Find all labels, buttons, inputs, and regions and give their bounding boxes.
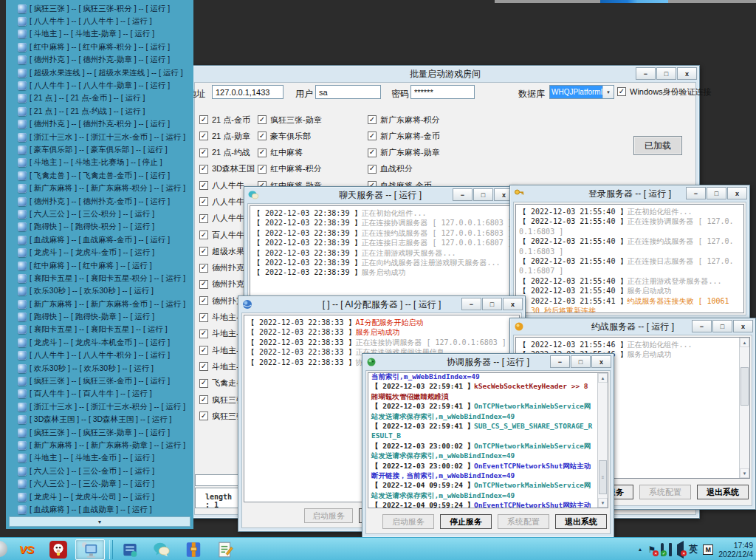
game-checkbox[interactable] [199, 379, 208, 388]
bottom-textbox[interactable] [195, 474, 241, 486]
game-checkbox[interactable] [199, 247, 208, 256]
room-list-item[interactable]: [ 浙江十三水 ] -- [ 浙江十三水-金币 ] -- [ 运行 ] [6, 131, 193, 143]
room-list-item[interactable]: [ 超级水果连线 ] -- [ 超级水果连线 ] -- [ 运行 ] [6, 66, 193, 79]
game-checkbox-row[interactable]: 21 点-约战 [199, 148, 264, 158]
room-list-item[interactable]: [ 龙虎斗 ] -- [ 龙虎斗-金币 ] -- [ 运行 ] [6, 246, 193, 259]
appointment-window-titlebar[interactable]: 约战服务器 -- [ 运行 ] − □ x [510, 318, 755, 335]
room-list-item[interactable]: [ 新广东麻将 ] -- [ 新广东麻将-积分 ] -- [ 运行 ] [6, 182, 193, 194]
game-checkbox[interactable] [368, 148, 377, 157]
maximize-button[interactable]: □ [473, 188, 493, 201]
start-button[interactable] [0, 541, 7, 557]
room-list-item[interactable]: [ 疯狂三张 ] -- [ 疯狂三张-金币 ] -- [ 运行 ] [6, 375, 193, 387]
game-checkbox[interactable] [199, 181, 208, 190]
maximize-button[interactable]: □ [656, 67, 676, 80]
server-box-icon[interactable] [115, 539, 145, 560]
game-checkbox[interactable] [199, 115, 208, 124]
room-list-item[interactable]: [ 襄阳卡五星 ] -- [ 襄阳卡五星-积分 ] -- [ 运行 ] [6, 272, 193, 284]
service-button[interactable]: 停止服务 [440, 514, 492, 529]
room-list-item[interactable]: [ 豪车俱乐部 ] -- [ 豪车俱乐部 ] -- [ 运行 ] [6, 143, 193, 156]
room-list-item[interactable]: [ 疯狂三张 ] -- [ 疯狂三张-勋章 ] -- [ 运行 ] [6, 426, 193, 439]
game-checkbox[interactable] [199, 329, 208, 338]
room-list-item[interactable]: [ 八人牛牛 ] -- [ 八人牛牛-积分 ] -- [ 运行 ] [6, 349, 193, 362]
game-checkbox[interactable] [199, 132, 208, 140]
tray-expand-icon[interactable]: ▲ [638, 547, 643, 552]
room-list-item[interactable]: [ 疯狂三张 ] -- [ 疯狂三张-积分 ] -- [ 运行 ] [6, 2, 193, 15]
vs-flame-icon[interactable]: VS [12, 539, 41, 560]
address-input[interactable] [212, 85, 284, 99]
game-checkbox[interactable] [199, 395, 208, 404]
room-list-item[interactable]: [ 八人牛牛 ] -- [ 八人牛牛-勋章 ] -- [ 运行 ] [6, 79, 193, 92]
minimize-button[interactable]: − [453, 188, 472, 201]
game-checkbox[interactable] [199, 412, 208, 420]
device-icon[interactable]: ✓ [661, 545, 664, 554]
archive-icon[interactable] [179, 539, 208, 560]
game-checkbox[interactable] [199, 148, 208, 157]
room-list-item[interactable]: [ 21 点 ] -- [ 21 点-约战 ] -- [ 运行 ] [6, 105, 193, 117]
room-list-item[interactable]: [ 斗地主 ] -- [ 斗地主-比赛场 ] -- [ 停止 ] [6, 157, 193, 169]
room-list-item[interactable]: [ 21 点 ] -- [ 21 点-金币 ] -- [ 运行 ] [6, 92, 193, 105]
game-checkbox[interactable] [199, 296, 208, 305]
game-checkbox-row[interactable]: 血战积分 [368, 164, 440, 174]
room-list-item[interactable]: [ 跑得快 ] -- [ 跑得快-勋章 ] -- [ 运行 ] [6, 310, 193, 323]
service-button[interactable]: 启动服务 [382, 514, 434, 529]
game-checkbox[interactable] [199, 165, 208, 174]
login-log[interactable]: 【 2022-12-03 21:55:40 】正在初始化组件...【 2022-… [515, 204, 744, 313]
room-list-item[interactable]: [ 跑得快 ] -- [ 跑得快-积分 ] -- [ 运行 ] [6, 221, 193, 233]
action-center-flag-icon[interactable]: ⚑× [648, 545, 656, 554]
network-icon[interactable] [669, 545, 672, 554]
room-list-item[interactable]: [ 血战麻将 ] -- [ 血战勋章 ] -- [ 运行 ] [6, 503, 193, 516]
minimize-button[interactable]: − [461, 298, 481, 310]
room-list-item[interactable]: [ 浙江十三水 ] -- [ 浙江十三水-积分 ] -- [ 运行 ] [6, 400, 193, 413]
ime-m-icon[interactable]: M [703, 544, 713, 555]
room-list-item[interactable]: [ 3D森林王国 ] -- [ 3D森林王国 ] -- [ 运行 ] [6, 414, 193, 426]
game-checkbox[interactable] [368, 165, 377, 174]
game-checkbox[interactable] [368, 115, 377, 124]
scrollbar-thumb[interactable] [740, 367, 749, 406]
game-checkbox[interactable] [199, 280, 208, 289]
game-checkbox[interactable] [199, 362, 208, 371]
minimize-button[interactable]: − [686, 187, 706, 199]
minimize-button[interactable]: − [636, 67, 656, 80]
room-list-item[interactable]: [ 红中麻将 ] -- [ 红中麻将 ] -- [ 运行 ] [6, 259, 193, 272]
remote-computer-icon[interactable] [75, 539, 105, 560]
scroll-up-icon[interactable]: ▲ [598, 373, 608, 383]
close-button[interactable]: x [591, 355, 611, 368]
chat-log[interactable]: 【 2022-12-03 22:38:39 】正在初始化组件...【 2022-… [250, 205, 511, 302]
room-list-item[interactable]: [ 八人牛牛 ] -- [ 八人牛牛 ] -- [ 运行 ] [6, 15, 193, 27]
game-checkbox[interactable] [199, 231, 208, 239]
password-input[interactable] [410, 85, 475, 99]
game-checkbox-row[interactable]: 新广东麻将-勋章 [368, 148, 440, 158]
winauth-checkbox[interactable] [617, 87, 626, 96]
room-list-item[interactable]: [ 新广东麻将 ] -- [ 新广东麻将-勋章 ] -- [ 运行 ] [6, 439, 193, 451]
game-checkbox[interactable] [258, 165, 267, 174]
room-list-item[interactable]: [ 欢乐30秒 ] -- [ 欢乐30秒 ] -- [ 运行 ] [6, 285, 193, 298]
room-list-dropdown[interactable]: ▼ [9, 516, 190, 527]
service-button[interactable]: 系统配置 [639, 485, 691, 499]
room-list-item[interactable]: [ 血战麻将 ] -- [ 血战麻将-金币 ] -- [ 运行 ] [6, 233, 193, 246]
room-list-item[interactable]: [ 襄阳卡五星 ] -- [ 襄阳卡五星 ] -- [ 运行 ] [6, 324, 193, 336]
game-checkbox-row[interactable]: 红中麻将-积分 [258, 164, 322, 174]
game-checkbox[interactable] [199, 214, 208, 223]
close-button[interactable]: x [733, 320, 753, 332]
game-checkbox[interactable] [258, 148, 267, 157]
room-list-item[interactable]: [ 德州扑克 ] -- [ 德州扑克-金币 ] -- [ 运行 ] [6, 195, 193, 208]
coordination-log[interactable]: 当前索引,m_wWebBindIndex=49【 2022-12-03 22:5… [368, 372, 608, 508]
room-list-item[interactable]: [ 斗地主 ] -- [ 斗地主-勋章 ] -- [ 运行 ] [6, 28, 193, 41]
game-checkbox[interactable] [258, 132, 267, 140]
length-textbox[interactable]: length : 1 [195, 488, 241, 508]
database-select[interactable]: WHQJPlatformDB ▼ [549, 85, 614, 99]
log-notepad-icon[interactable] [210, 539, 240, 560]
appointment-log-scrollbar[interactable]: ▲ ▼ [739, 338, 749, 478]
game-checkbox-row[interactable]: 21 点-金币 [199, 115, 264, 125]
volume-muted-icon[interactable]: × [677, 545, 684, 554]
coordination-window-titlebar[interactable]: 协调服务器 -- [ 运行 ] − □ x [362, 354, 614, 370]
close-button[interactable]: x [677, 67, 697, 80]
ai-window-titlebar[interactable]: [ ] -- [ AI分配服务器 ] -- [ 运行 ] − □ x [238, 296, 525, 313]
game-checkbox-row[interactable]: 新广东麻将-金币 [368, 131, 440, 141]
game-checkbox[interactable] [258, 115, 267, 124]
room-list-item[interactable]: [ 六人三公 ] -- [ 三公-金币 ] -- [ 运行 ] [6, 465, 193, 477]
scroll-down-icon[interactable]: ▼ [740, 468, 749, 478]
room-list-item[interactable]: [ 德州扑克 ] -- [ 德州扑克-勋章 ] -- [ 运行 ] [6, 54, 193, 66]
room-list-item[interactable]: [ 飞禽走兽 ] -- [ 飞禽走兽-金币 ] -- [ 运行 ] [6, 169, 193, 182]
maximize-button[interactable]: □ [571, 355, 591, 368]
